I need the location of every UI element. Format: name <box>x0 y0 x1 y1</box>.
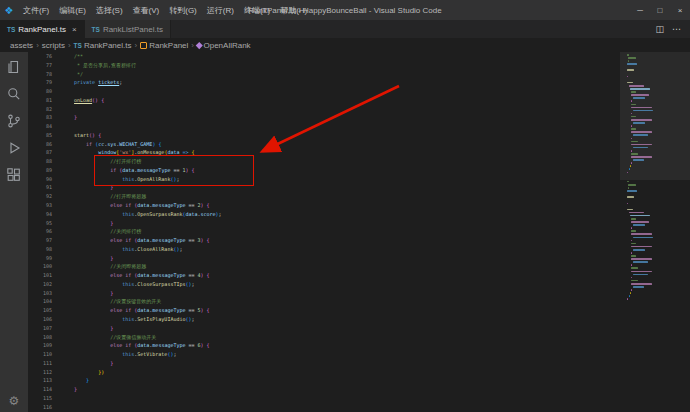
code-line[interactable]: 112 }) <box>28 368 620 377</box>
more-actions-icon[interactable]: ⋯ <box>672 24 681 34</box>
code-line[interactable]: 106 this.SetIsPlayUIAudio(); <box>28 315 620 324</box>
code-line[interactable]: 80 <box>28 87 620 96</box>
code-line[interactable]: 99 } <box>28 254 620 263</box>
code-line[interactable]: 92 //打开即将超越 <box>28 192 620 201</box>
typescript-file-icon: TS <box>74 42 82 49</box>
code-line[interactable]: 105 else if (data.messageType == 5) { <box>28 306 620 315</box>
code-line[interactable]: 76 /** <box>28 52 620 61</box>
code-line[interactable]: 98 this.CloseAllRank(); <box>28 245 620 254</box>
code-line[interactable]: 83 } <box>28 113 620 122</box>
line-number: 115 <box>28 394 60 403</box>
close-tab-icon[interactable]: × <box>72 25 77 34</box>
minimize-button[interactable]: ─ <box>630 0 650 20</box>
code-line[interactable]: 77 * 是否分享后,查看群排行 <box>28 61 620 70</box>
menu-run[interactable]: 运行(R) <box>202 5 239 16</box>
line-number: 86 <box>28 140 60 149</box>
code-line[interactable]: 110 this.SetVibrate(); <box>28 350 620 359</box>
line-number: 97 <box>28 236 60 245</box>
line-number: 111 <box>28 359 60 368</box>
code-line[interactable]: 97 else if (data.messageType == 3) { <box>28 236 620 245</box>
code-line[interactable]: 81 onLoad() { <box>28 96 620 105</box>
code-line[interactable]: 95 } <box>28 219 620 228</box>
code-line[interactable]: 90 this.OpenAllRank(); <box>28 175 620 184</box>
breadcrumb-assets[interactable]: assets <box>10 41 33 50</box>
window-titlebar: ❖ 文件(F) 编辑(E) 选择(S) 查看(V) 转到(G) 运行(R) 终端… <box>0 0 690 20</box>
line-number: 94 <box>28 210 60 219</box>
code-line[interactable]: 86 if (cc.sys.WECHAT_GAME) { <box>28 140 620 149</box>
line-number: 100 <box>28 262 60 271</box>
code-line[interactable]: 84 <box>28 122 620 131</box>
method-symbol-icon <box>196 42 202 48</box>
line-number: 106 <box>28 315 60 324</box>
line-number: 81 <box>28 96 60 105</box>
line-number: 98 <box>28 245 60 254</box>
settings-gear-icon[interactable]: ⚙ <box>9 394 20 408</box>
extensions-icon[interactable] <box>2 163 26 187</box>
breadcrumb-scripts[interactable]: scripts <box>42 41 65 50</box>
code-line[interactable]: 104 //设置按键音效的开关 <box>28 297 620 306</box>
breadcrumb-method[interactable]: OpenAllRank <box>197 41 251 50</box>
code-line[interactable]: 82 <box>28 105 620 114</box>
typescript-file-icon: TS <box>92 26 100 33</box>
code-line[interactable]: 103 } <box>28 289 620 298</box>
line-number: 105 <box>28 306 60 315</box>
code-line[interactable]: 96 //关闭排行榜 <box>28 227 620 236</box>
line-number: 116 <box>28 403 60 412</box>
code-line[interactable]: 111 } <box>28 359 620 368</box>
class-symbol-icon <box>140 42 147 49</box>
split-editor-icon[interactable]: ◫ <box>655 24 664 34</box>
line-number: 76 <box>28 52 60 61</box>
breadcrumb-separator: › <box>135 41 138 50</box>
code-line[interactable]: 108 //设置微信振动开关 <box>28 333 620 342</box>
code-line[interactable]: 113 } <box>28 376 620 385</box>
code-line[interactable]: 94 this.OpenSurpassRank(data.score); <box>28 210 620 219</box>
menu-edit[interactable]: 编辑(E) <box>54 5 91 16</box>
menu-selection[interactable]: 选择(S) <box>91 5 128 16</box>
breadcrumb: assets › scripts › TS RankPanel.ts › Ran… <box>0 38 690 52</box>
code-line[interactable]: 109 else if (data.messageType == 6) { <box>28 341 620 350</box>
window-title: RankPanel.ts - HappyBounceBall - Visual … <box>248 6 441 15</box>
line-number: 78 <box>28 70 60 79</box>
line-number: 92 <box>28 192 60 201</box>
code-line[interactable]: 101 else if (data.messageType == 4) { <box>28 271 620 280</box>
menu-file[interactable]: 文件(F) <box>18 5 54 16</box>
line-number: 77 <box>28 61 60 70</box>
menu-view[interactable]: 查看(V) <box>128 5 165 16</box>
code-line[interactable]: 100 //关闭即将超越 <box>28 262 620 271</box>
run-debug-icon[interactable] <box>2 136 26 160</box>
code-line[interactable]: 85 start() { <box>28 131 620 140</box>
code-line[interactable]: 78 */ <box>28 70 620 79</box>
code-line[interactable]: 102 this.CloseSurpassTIps(); <box>28 280 620 289</box>
line-number: 91 <box>28 183 60 192</box>
code-line[interactable]: 88 //打开排行榜 <box>28 157 620 166</box>
code-line[interactable]: 107 } <box>28 324 620 333</box>
breadcrumb-class[interactable]: RankPanel <box>140 41 188 50</box>
code-line[interactable]: 79 private tickets; <box>28 78 620 87</box>
tab-rankpanel[interactable]: TS RankPanel.ts × <box>0 20 85 38</box>
breadcrumb-separator: › <box>68 41 71 50</box>
line-number: 87 <box>28 148 60 157</box>
menu-go[interactable]: 转到(G) <box>164 5 202 16</box>
breadcrumb-file[interactable]: TS RankPanel.ts <box>74 41 132 50</box>
code-editor[interactable]: 76 /**77 * 是否分享后,查看群排行78 */79 private ti… <box>28 52 620 412</box>
line-number: 101 <box>28 271 60 280</box>
search-icon[interactable] <box>2 82 26 106</box>
code-line[interactable]: 115 <box>28 394 620 403</box>
tab-label: RankPanel.ts <box>18 25 66 34</box>
close-window-button[interactable]: × <box>670 0 690 20</box>
code-line[interactable]: 91 } <box>28 183 620 192</box>
maximize-button[interactable]: □ <box>650 0 670 20</box>
tab-ranklistpanel[interactable]: TS RankListPanel.ts <box>85 20 171 38</box>
activity-bar: ⚙ <box>0 52 28 412</box>
minimap[interactable] <box>620 52 690 412</box>
code-line[interactable]: 89 if (data.messageType == 1) { <box>28 166 620 175</box>
vscode-logo-icon: ❖ <box>0 5 18 16</box>
code-line[interactable]: 93 else if (data.messageType == 2) { <box>28 201 620 210</box>
source-control-icon[interactable] <box>2 109 26 133</box>
code-line[interactable]: 114 } <box>28 385 620 394</box>
breadcrumb-separator: › <box>191 41 194 50</box>
explorer-icon[interactable] <box>2 55 26 79</box>
code-line[interactable]: 87 window['wx'].onMessage(data => { <box>28 148 620 157</box>
code-line[interactable]: 116 <box>28 403 620 412</box>
editor-tab-bar: TS RankPanel.ts × TS RankListPanel.ts ◫ … <box>0 20 690 38</box>
